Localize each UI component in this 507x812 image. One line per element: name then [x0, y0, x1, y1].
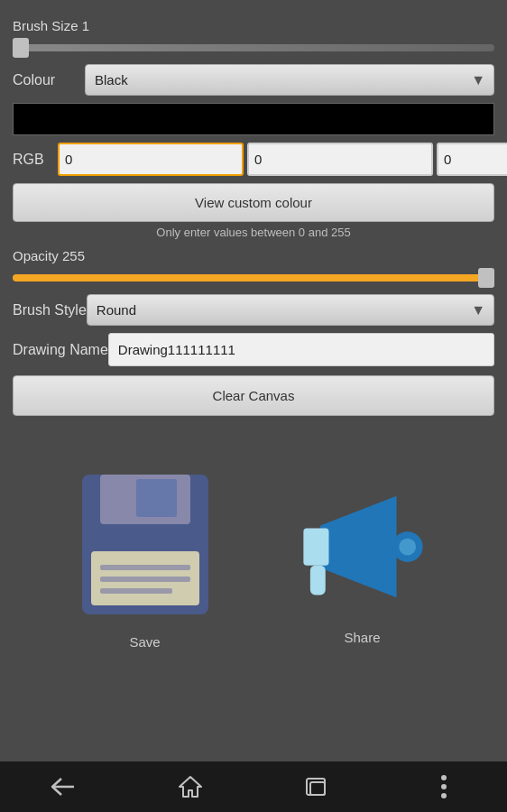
- colour-dropdown[interactable]: Black White Red Green Blue Yellow Custom: [85, 64, 494, 96]
- nav-back-button[interactable]: [41, 769, 86, 805]
- brush-style-label: Brush Style: [13, 302, 87, 318]
- svg-marker-7: [320, 496, 396, 598]
- menu-dots-icon: [440, 774, 447, 799]
- save-icon: [78, 470, 213, 623]
- svg-point-18: [441, 793, 447, 798]
- drawing-name-label: Drawing Name: [13, 342, 108, 358]
- drawing-name-row: Drawing Name: [13, 333, 494, 366]
- share-item[interactable]: Share: [295, 475, 430, 645]
- view-custom-colour-button[interactable]: View custom colour: [13, 183, 494, 222]
- svg-rect-8: [303, 528, 328, 565]
- rgb-b-input[interactable]: [437, 143, 507, 176]
- svg-rect-5: [100, 577, 190, 582]
- clear-canvas-button[interactable]: Clear Canvas: [13, 375, 494, 416]
- rgb-hint-text: Only enter values between 0 and 255: [13, 226, 494, 239]
- bottom-nav: [0, 761, 507, 812]
- svg-point-11: [399, 539, 416, 556]
- svg-rect-15: [310, 782, 325, 795]
- opacity-slider-container: [13, 269, 494, 285]
- brush-style-dropdown-container: Round Square Oval ▼: [87, 294, 494, 326]
- rgb-r-input[interactable]: [58, 143, 244, 176]
- brush-style-dropdown[interactable]: Round Square Oval: [87, 294, 494, 326]
- rgb-label: RGB: [13, 152, 58, 168]
- svg-rect-6: [100, 588, 172, 594]
- home-icon: [178, 775, 203, 798]
- recents-icon: [305, 777, 328, 797]
- brush-style-row: Brush Style Round Square Oval ▼: [13, 294, 494, 326]
- brush-size-label: Brush Size 1: [13, 18, 494, 33]
- svg-rect-9: [309, 566, 325, 595]
- svg-marker-13: [180, 777, 201, 797]
- svg-point-16: [441, 775, 447, 780]
- opacity-label: Opacity 255: [13, 248, 494, 263]
- colour-preview: [13, 103, 494, 135]
- svg-rect-4: [100, 565, 190, 570]
- nav-menu-button[interactable]: [421, 769, 466, 805]
- rgb-inputs-container: [58, 143, 507, 176]
- drawing-name-input[interactable]: [108, 333, 494, 366]
- share-icon: [295, 475, 430, 619]
- rgb-g-input[interactable]: [247, 143, 433, 176]
- opacity-slider[interactable]: [13, 274, 494, 281]
- svg-point-17: [441, 784, 447, 789]
- colour-row: Colour Black White Red Green Blue Yellow…: [13, 64, 494, 96]
- brush-size-slider[interactable]: [13, 44, 494, 51]
- nav-home-button[interactable]: [168, 769, 213, 805]
- svg-rect-2: [136, 479, 177, 517]
- save-label: Save: [129, 634, 160, 650]
- icons-section: Save Share: [0, 470, 507, 650]
- brush-size-slider-container: [13, 39, 494, 55]
- colour-label: Colour: [13, 72, 85, 88]
- save-item[interactable]: Save: [78, 470, 213, 650]
- back-arrow-icon: [51, 777, 76, 797]
- colour-dropdown-container: Black White Red Green Blue Yellow Custom…: [85, 64, 494, 96]
- rgb-row: RGB: [13, 143, 494, 176]
- nav-recents-button[interactable]: [294, 769, 339, 805]
- share-label: Share: [344, 630, 380, 645]
